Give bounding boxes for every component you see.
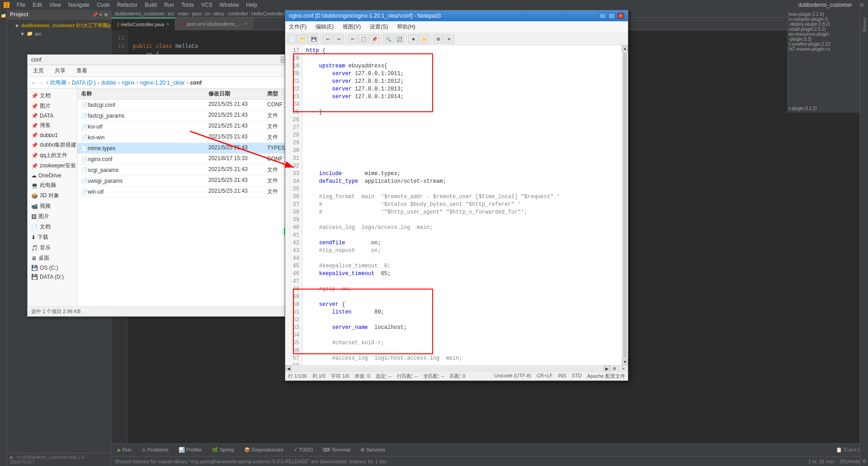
np3-hscroll-track[interactable] — [292, 366, 603, 371]
breadcrumb-dubbodemo[interactable]: dubbodemo_customer — [115, 11, 164, 16]
np3-btn-find[interactable]: 🔍 — [383, 34, 393, 43]
fe-sidebar-item-music[interactable]: 🎵音乐 — [28, 243, 77, 253]
fe-sidebar-item-dubbo1[interactable]: 📌dubbo1 — [28, 131, 77, 140]
fe-breadcrumb-nginx[interactable]: nginx — [122, 80, 135, 86]
fe-sidebar-item-3d[interactable]: 📦3D 对象 — [28, 190, 77, 201]
file-row-win-utf[interactable]: 📄 win-utf 2021/5/25 21:43 文件 — [77, 186, 307, 197]
menu-run[interactable]: Run — [164, 2, 174, 8]
bottom-tab-spring[interactable]: 🌿 Spring — [208, 445, 239, 455]
breadcrumb-java[interactable]: java — [192, 11, 201, 16]
np3-btn-save[interactable]: 💾 — [309, 34, 319, 43]
bottom-tab-todo[interactable]: ✓ TODO — [289, 445, 317, 455]
np3-btn-cut[interactable]: ✂ — [348, 34, 358, 43]
fe-nav-up[interactable]: ↑ — [46, 80, 48, 86]
file-row-mime-types[interactable]: 📄 mime.types 2021/5/25 21:43 TYPES 文件 — [77, 143, 307, 154]
fe-breadcrumb-conf[interactable]: conf — [190, 80, 202, 86]
menu-tools[interactable]: Tools — [181, 2, 194, 8]
np3-btn-star[interactable]: ⭐ — [419, 34, 429, 43]
menu-refactor[interactable]: Refactor — [117, 2, 137, 8]
file-row-fastcgi-conf[interactable]: 📄 fastcgi.conf 2021/5/25 21:43 CONF 文件 — [77, 100, 307, 110]
file-row-koi-utf[interactable]: 📄 koi-utf 2021/5/25 21:43 文件 — [77, 121, 307, 132]
menu-code[interactable]: Code — [97, 2, 110, 8]
project-menu-icon[interactable]: ≡ — [99, 12, 102, 17]
tree-item-src[interactable]: ▼ 📁 src — [7, 30, 111, 38]
breadcrumb-cn[interactable]: cn — [205, 11, 210, 16]
np3-scrollbar-horizontal[interactable]: ◀ ▶ ⚙ ≡ — [285, 365, 628, 371]
tree-item-root[interactable]: ▼ dubbodemo_customer D:\大三下学期java... — [7, 21, 111, 30]
fe-nav-back[interactable]: ← — [31, 80, 37, 86]
project-icon[interactable]: 📁 — [1, 12, 6, 21]
np3-menu-settings[interactable]: 设置(S) — [368, 22, 390, 32]
menu-file[interactable]: File — [17, 2, 25, 8]
col-date[interactable]: 修改日期 — [208, 90, 267, 98]
maven-settings-icon[interactable]: ⚙ — [860, 456, 868, 466]
np3-btn-copy[interactable]: 📋 — [359, 34, 368, 43]
bottom-tab-services[interactable]: ⚙ Services — [356, 445, 390, 455]
project-gear-icon[interactable]: ⚙ — [104, 12, 108, 17]
fe-sidebar-item-pc[interactable]: 💻此电脑 — [28, 180, 77, 190]
fe-sidebar-item-os-c[interactable]: 💾OS (C:) — [28, 263, 77, 272]
fe-sidebar-item-pics[interactable]: 📌图片 — [28, 101, 77, 111]
menu-vcs[interactable]: VCS — [201, 2, 212, 8]
breadcrumb-hellocontroller[interactable]: HelloController — [252, 11, 285, 16]
np3-btn-bookmark[interactable]: ★ — [408, 34, 418, 43]
fe-sidebar-item-blog[interactable]: 📌博客 — [28, 120, 77, 131]
fe-breadcrumb-data[interactable]: DATA (D:) — [72, 80, 96, 86]
fe-ribbon-home[interactable]: 主页 — [31, 66, 46, 76]
np3-btn-replace[interactable]: 🔄 — [394, 34, 404, 43]
fe-sidebar-item-data-d[interactable]: 💾DATA (D:) — [28, 272, 77, 281]
np3-bottom-settings[interactable]: ⚙ — [610, 366, 619, 372]
project-pin-icon[interactable]: 📌 — [92, 12, 98, 17]
np3-btn-close-search[interactable]: ✕ — [444, 34, 454, 43]
settings-icon[interactable]: ⚙ — [859, 2, 864, 8]
np3-scroll-up[interactable]: ▲ — [622, 45, 628, 52]
np3-hscroll-right[interactable]: ▶ — [604, 366, 610, 372]
fe-sidebar-item-docs[interactable]: 📌文档 — [28, 90, 77, 101]
np3-btn-undo[interactable]: ↩ — [323, 34, 333, 43]
np3-maximize-button[interactable]: □ — [608, 13, 615, 19]
breadcrumb-src[interactable]: src — [168, 11, 175, 16]
menu-help[interactable]: Help — [246, 2, 257, 8]
np3-menu-file[interactable]: 文件(F) — [287, 22, 308, 32]
fe-ribbon-view[interactable]: 查看 — [75, 66, 89, 76]
menu-navigate[interactable]: Navigate — [68, 2, 90, 8]
fe-nav-forward[interactable]: → — [38, 80, 44, 86]
np3-scroll-thumb[interactable] — [623, 52, 627, 358]
file-row-fastcgi-params[interactable]: 📄 fastcgi_params 2021/5/25 21:43 文件 — [77, 110, 307, 121]
breadcrumb-main[interactable]: main — [178, 11, 189, 16]
np3-btn-paste[interactable]: 📌 — [369, 34, 379, 43]
fe-breadcrumb-pc[interactable]: 此电脑 — [50, 79, 66, 86]
file-row-uwsgi-params[interactable]: 📄 uwsgi_params 2021/5/25 21:43 文件 — [77, 176, 307, 186]
file-row-scgi-params[interactable]: 📄 scgi_params 2021/5/25 21:43 文件 — [77, 165, 307, 176]
np3-close-button[interactable]: ✕ — [617, 13, 624, 19]
tab-hellocontroller[interactable]: J HelloController.java ✕ — [111, 18, 175, 30]
menu-build[interactable]: Build — [145, 2, 157, 8]
fe-sidebar-item-images[interactable]: 🖼图片 — [28, 211, 77, 222]
file-row-nginx-conf[interactable]: 📄 nginx.conf 2021/8/17 15:33 CONF 文件 — [77, 154, 307, 165]
np3-menu-help[interactable]: 帮助(H) — [395, 22, 417, 32]
breadcrumb-ebuy[interactable]: ebuy — [213, 11, 224, 16]
fe-sidebar-item-data[interactable]: 📌DATA — [28, 111, 77, 120]
np3-btn-settings[interactable]: ⚙ — [433, 34, 443, 43]
col-name[interactable]: 名称 — [81, 90, 208, 98]
np3-btn-new[interactable]: 📄 — [287, 34, 297, 43]
tab-pomxml-close[interactable]: ✕ — [244, 21, 247, 26]
np3-btn-redo[interactable]: ↪ — [334, 34, 344, 43]
fe-sidebar-item-documents[interactable]: 📄文档 — [28, 222, 77, 232]
bottom-tab-profiler[interactable]: 📊 Profiler — [174, 445, 207, 455]
fe-sidebar-item-qq[interactable]: 📌qq上的文件 — [28, 150, 77, 161]
np3-minimize-button[interactable]: — — [599, 13, 606, 19]
np3-scroll-down[interactable]: ▼ — [622, 359, 628, 365]
np3-bottom-extra[interactable]: ≡ — [619, 366, 628, 372]
tab-pomxml[interactable]: m pom.xml (dubbodemo_... ✕ — [175, 18, 253, 30]
menu-view[interactable]: View — [49, 2, 61, 8]
maven-label[interactable]: Maven — [861, 14, 868, 36]
np3-hscroll-left[interactable]: ◀ — [285, 366, 292, 372]
fe-sidebar-item-zookeeper[interactable]: 📌zookeeper安装 — [28, 161, 77, 171]
menu-window[interactable]: Window — [220, 2, 239, 8]
np3-menu-edit[interactable]: 编辑(E) — [314, 22, 335, 32]
bottom-tab-problems[interactable]: ⚠ Problems — [137, 445, 173, 455]
fe-sidebar-item-dubbo-cluster[interactable]: 📌dubbo集群搭建 — [28, 140, 77, 150]
fe-breadcrumb-dubbo[interactable]: dubbo — [101, 80, 116, 86]
fe-breadcrumb-nginx-clear[interactable]: nginx-1.20.1_clear — [140, 80, 185, 86]
